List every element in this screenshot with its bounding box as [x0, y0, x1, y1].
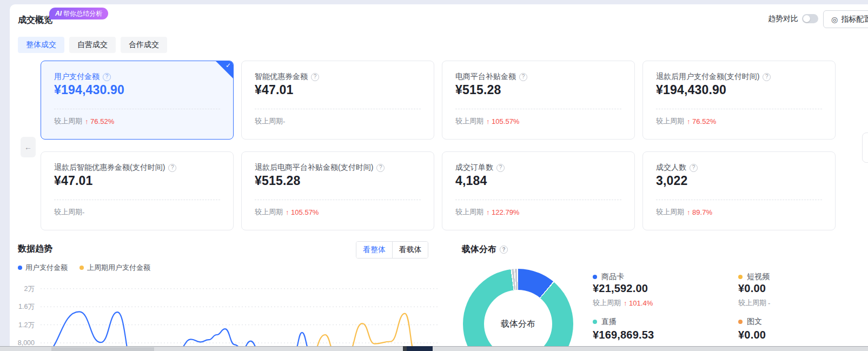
help-icon[interactable]: ?	[103, 73, 111, 81]
tab-overall-transactions[interactable]: 整体成交	[18, 37, 64, 53]
compare-change: ↑ 101.4%	[624, 299, 653, 307]
tab-cooperative-transactions[interactable]: 合作成交	[121, 37, 167, 53]
card-title: 智能优惠券金额	[255, 72, 308, 82]
svg-text:8,000: 8,000	[18, 339, 35, 347]
card-title: 成交人数	[656, 163, 686, 173]
trend-line-chart: 2万1.6万1.2万8,000	[0, 273, 445, 351]
metric-card-smart-coupon[interactable]: ✓ 智能优惠券金额? ¥47.01 较上周期-	[241, 61, 434, 140]
compare-change: -	[283, 117, 285, 125]
compare-change: ↑ 122.79%	[486, 208, 519, 216]
config-button-label: 指标配置	[841, 15, 868, 24]
help-icon[interactable]: ?	[519, 73, 527, 81]
compare-change: ↑ 76.52%	[85, 117, 114, 125]
page-title: 成交概览	[18, 15, 52, 26]
divider	[255, 109, 421, 109]
card-title: 电商平台补贴金额	[455, 72, 516, 82]
legend-label: 上周期用户支付金额	[87, 263, 150, 273]
trend-compare-toggle[interactable]	[802, 14, 818, 23]
check-icon: ✓	[226, 62, 231, 69]
card-title: 成交订单数	[455, 163, 493, 173]
help-icon[interactable]: ?	[376, 164, 385, 172]
metric-card-buyer-count[interactable]: ✓ 成交人数? 3,022 较上周期↑ 89.7%	[642, 151, 836, 230]
card-title: 用户支付金额	[54, 72, 100, 82]
carrier-legend-name: 直播	[601, 317, 617, 327]
metric-card-user-payment-after-refund[interactable]: ✓ 退款后用户支付金额(支付时间)? ¥194,430.90 较上周期↑ 76.…	[642, 61, 836, 140]
metric-card-smart-coupon-after-refund[interactable]: ✓ 退款后智能优惠券金额(支付时间)? ¥47.01 较上周期-	[41, 151, 234, 230]
compare-change: ↑ 105.57%	[286, 208, 319, 216]
carrier-section-title-row: 载体分布 ?	[462, 244, 508, 255]
card-title: 退款后电商平台补贴金额(支付时间)	[255, 163, 373, 173]
carrier-value-short-video: ¥0.00	[738, 282, 766, 295]
card-value: ¥515.28	[455, 83, 501, 97]
compare-label: 较上周期	[738, 298, 766, 308]
cards-prev-button[interactable]: ←	[21, 137, 36, 157]
config-icon: ◎	[831, 15, 838, 24]
help-icon[interactable]: ?	[311, 73, 319, 81]
svg-text:2万: 2万	[24, 285, 35, 293]
metric-card-order-count[interactable]: ✓ 成交订单数? 4,184 较上周期↑ 122.79%	[442, 151, 635, 230]
carrier-value-live: ¥169,869.53	[593, 329, 654, 341]
card-value: 3,022	[656, 174, 688, 188]
carrier-section-title: 载体分布	[462, 244, 496, 255]
compare-label: 较上周期	[54, 116, 82, 126]
view-carrier-button[interactable]: 看载体	[392, 242, 428, 258]
legend-dot-yellow	[79, 266, 84, 270]
carrier-legend-image-text: 图文	[738, 317, 762, 327]
carrier-compare-short-video: 较上周期-	[738, 298, 770, 308]
metric-card-user-payment[interactable]: ✓ 用户支付金额? ¥194,430.90 较上周期↑ 76.52%	[41, 61, 234, 140]
transaction-overview-page: 成交概览 AI 帮你总结分析 趋势对比 ◎ 指标配置 整体成交 自营成交 合作成…	[0, 0, 868, 351]
card-value: ¥515.28	[255, 174, 301, 188]
scrollbar-thumb[interactable]	[51, 347, 154, 351]
legend-dot-blue	[18, 266, 22, 270]
svg-text:1.6万: 1.6万	[18, 303, 35, 310]
card-value: ¥47.01	[54, 174, 93, 188]
legend-dot-image-text	[738, 320, 743, 324]
compare-change: ↑ 89.7%	[687, 208, 712, 216]
metric-card-platform-subsidy-after-refund[interactable]: ✓ 退款后电商平台补贴金额(支付时间)? ¥515.28 较上周期↑ 105.5…	[241, 151, 434, 230]
divider	[54, 200, 220, 200]
carrier-legend-live: 直播	[593, 317, 617, 327]
taskbar-fragment-edge	[403, 346, 407, 351]
compare-label: 较上周期	[656, 207, 684, 217]
cards-next-button[interactable]	[862, 133, 868, 163]
divider	[455, 109, 621, 109]
compare-change: -	[768, 299, 770, 307]
card-title: 退款后智能优惠券金额(支付时间)	[54, 163, 165, 173]
view-overall-button[interactable]: 看整体	[356, 242, 392, 258]
card-title: 退款后用户支付金额(支付时间)	[656, 72, 759, 82]
carrier-compare-product-card: 较上周期↑ 101.4%	[593, 298, 653, 308]
metric-config-button[interactable]: ◎ 指标配置	[823, 10, 868, 28]
compare-label: 较上周期	[656, 116, 684, 126]
carrier-legend-short-video: 短视频	[738, 272, 770, 282]
horizontal-scrollbar	[0, 346, 868, 351]
help-icon[interactable]: ?	[496, 164, 505, 172]
carrier-legend-name: 商品卡	[601, 272, 624, 282]
compare-label: 较上周期	[455, 207, 483, 217]
help-icon[interactable]: ?	[500, 246, 508, 254]
help-icon[interactable]: ?	[763, 73, 771, 81]
legend-dot-short-video	[738, 275, 743, 279]
legend-dot-product-card	[593, 275, 597, 279]
trend-compare-label: 趋势对比	[768, 14, 798, 24]
legend-label: 用户支付金额	[25, 263, 68, 273]
help-icon[interactable]: ?	[168, 164, 176, 172]
compare-label: 较上周期	[593, 298, 621, 308]
compare-label: 较上周期	[255, 116, 283, 126]
card-value: ¥194,430.90	[656, 83, 726, 97]
legend-item-current[interactable]: 用户支付金额	[18, 263, 68, 273]
divider	[455, 200, 621, 200]
legend-dot-live	[593, 320, 597, 324]
help-icon[interactable]: ?	[690, 164, 698, 172]
ai-badge-text: 帮你总结分析	[63, 9, 102, 18]
metric-card-platform-subsidy[interactable]: ✓ 电商平台补贴金额? ¥515.28 较上周期↑ 105.57%	[442, 61, 635, 140]
ai-summary-badge[interactable]: AI 帮你总结分析	[49, 8, 108, 19]
compare-label: 较上周期	[255, 207, 283, 217]
carrier-legend-name: 短视频	[747, 272, 770, 282]
taskbar-fragment	[407, 346, 433, 351]
legend-item-previous[interactable]: 上周期用户支付金额	[79, 263, 150, 273]
card-value: 4,184	[455, 174, 487, 188]
card-value: ¥194,430.90	[54, 83, 124, 97]
tab-self-operated-transactions[interactable]: 自营成交	[69, 37, 116, 53]
trend-section-title: 数据趋势	[18, 243, 52, 255]
trend-view-switch: 看整体 看载体	[356, 241, 428, 259]
